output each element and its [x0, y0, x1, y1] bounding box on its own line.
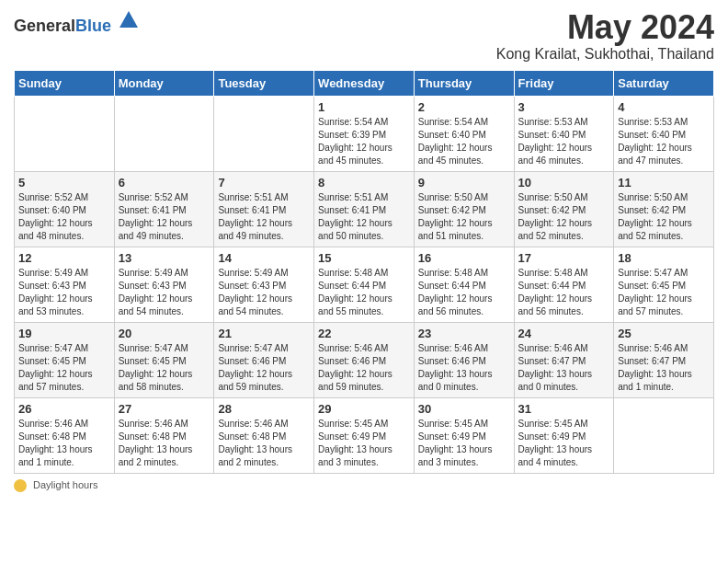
- calendar-cell: 8Sunrise: 5:51 AM Sunset: 6:41 PM Daylig…: [314, 171, 415, 247]
- calendar-cell: 9Sunrise: 5:50 AM Sunset: 6:42 PM Daylig…: [414, 171, 514, 247]
- day-number: 23: [418, 327, 510, 340]
- day-info: Sunrise: 5:46 AM Sunset: 6:47 PM Dayligh…: [518, 342, 610, 394]
- day-info: Sunrise: 5:46 AM Sunset: 6:47 PM Dayligh…: [618, 342, 710, 394]
- page-header: GeneralBlue May 2024 Kong Krailat, Sukho…: [14, 9, 714, 63]
- week-row-4: 19Sunrise: 5:47 AM Sunset: 6:45 PM Dayli…: [15, 322, 714, 397]
- day-header-saturday: Saturday: [614, 70, 714, 96]
- calendar-cell: 4Sunrise: 5:53 AM Sunset: 6:40 PM Daylig…: [614, 96, 714, 171]
- day-info: Sunrise: 5:48 AM Sunset: 6:44 PM Dayligh…: [418, 267, 510, 318]
- day-info: Sunrise: 5:53 AM Sunset: 6:40 PM Dayligh…: [518, 116, 610, 167]
- day-info: Sunrise: 5:51 AM Sunset: 6:41 PM Dayligh…: [218, 191, 310, 243]
- day-number: 4: [618, 100, 710, 114]
- day-number: 13: [119, 251, 210, 265]
- day-info: Sunrise: 5:50 AM Sunset: 6:42 PM Dayligh…: [418, 191, 510, 243]
- calendar-cell: 19Sunrise: 5:47 AM Sunset: 6:45 PM Dayli…: [15, 322, 115, 397]
- calendar-table: SundayMondayTuesdayWednesdayThursdayFrid…: [14, 70, 714, 474]
- day-number: 8: [318, 176, 410, 190]
- day-header-friday: Friday: [514, 70, 614, 96]
- day-number: 22: [318, 327, 410, 340]
- day-info: Sunrise: 5:54 AM Sunset: 6:40 PM Dayligh…: [418, 116, 510, 167]
- calendar-cell: 21Sunrise: 5:47 AM Sunset: 6:46 PM Dayli…: [214, 322, 314, 397]
- calendar-cell: 14Sunrise: 5:49 AM Sunset: 6:43 PM Dayli…: [214, 247, 314, 322]
- day-number: 20: [119, 327, 210, 340]
- day-number: 28: [218, 402, 310, 416]
- day-info: Sunrise: 5:49 AM Sunset: 6:43 PM Dayligh…: [119, 267, 210, 318]
- day-info: Sunrise: 5:45 AM Sunset: 6:49 PM Dayligh…: [418, 418, 510, 469]
- day-number: 27: [119, 402, 210, 416]
- day-info: Sunrise: 5:45 AM Sunset: 6:49 PM Dayligh…: [318, 418, 410, 469]
- day-info: Sunrise: 5:47 AM Sunset: 6:45 PM Dayligh…: [119, 342, 210, 394]
- calendar-cell: 2Sunrise: 5:54 AM Sunset: 6:40 PM Daylig…: [414, 96, 514, 171]
- title-block: May 2024 Kong Krailat, Sukhothai, Thaila…: [496, 9, 714, 63]
- day-number: 16: [418, 251, 510, 265]
- calendar-cell: [614, 397, 714, 473]
- day-number: 14: [218, 251, 310, 265]
- calendar-title: May 2024: [496, 9, 714, 46]
- logo-icon: [118, 9, 140, 31]
- day-header-wednesday: Wednesday: [314, 70, 415, 96]
- calendar-cell: 13Sunrise: 5:49 AM Sunset: 6:43 PM Dayli…: [114, 247, 214, 322]
- day-number: 2: [418, 100, 510, 114]
- week-row-5: 26Sunrise: 5:46 AM Sunset: 6:48 PM Dayli…: [15, 397, 714, 473]
- footer-label: Daylight hours: [33, 479, 97, 490]
- day-info: Sunrise: 5:49 AM Sunset: 6:43 PM Dayligh…: [18, 267, 110, 318]
- svg-marker-0: [119, 11, 138, 28]
- day-number: 29: [318, 402, 410, 416]
- day-info: Sunrise: 5:46 AM Sunset: 6:48 PM Dayligh…: [218, 418, 310, 469]
- day-number: 11: [618, 176, 710, 190]
- calendar-cell: 31Sunrise: 5:45 AM Sunset: 6:49 PM Dayli…: [514, 397, 614, 473]
- day-info: Sunrise: 5:50 AM Sunset: 6:42 PM Dayligh…: [518, 191, 610, 243]
- calendar-cell: 26Sunrise: 5:46 AM Sunset: 6:48 PM Dayli…: [15, 397, 115, 473]
- calendar-cell: 23Sunrise: 5:46 AM Sunset: 6:46 PM Dayli…: [414, 322, 514, 397]
- day-number: 7: [218, 176, 310, 190]
- calendar-cell: 11Sunrise: 5:50 AM Sunset: 6:42 PM Dayli…: [614, 171, 714, 247]
- calendar-cell: 17Sunrise: 5:48 AM Sunset: 6:44 PM Dayli…: [514, 247, 614, 322]
- day-info: Sunrise: 5:47 AM Sunset: 6:46 PM Dayligh…: [218, 342, 310, 394]
- day-info: Sunrise: 5:49 AM Sunset: 6:43 PM Dayligh…: [218, 267, 310, 318]
- day-number: 10: [518, 176, 610, 190]
- day-number: 9: [418, 176, 510, 190]
- calendar-cell: 27Sunrise: 5:46 AM Sunset: 6:48 PM Dayli…: [114, 397, 214, 473]
- calendar-cell: 15Sunrise: 5:48 AM Sunset: 6:44 PM Dayli…: [314, 247, 415, 322]
- day-info: Sunrise: 5:47 AM Sunset: 6:45 PM Dayligh…: [618, 267, 710, 318]
- calendar-cell: 30Sunrise: 5:45 AM Sunset: 6:49 PM Dayli…: [414, 397, 514, 473]
- day-number: 5: [18, 176, 110, 190]
- day-info: Sunrise: 5:52 AM Sunset: 6:41 PM Dayligh…: [119, 191, 210, 243]
- day-info: Sunrise: 5:51 AM Sunset: 6:41 PM Dayligh…: [318, 191, 410, 243]
- day-info: Sunrise: 5:54 AM Sunset: 6:39 PM Dayligh…: [318, 116, 410, 167]
- calendar-cell: 29Sunrise: 5:45 AM Sunset: 6:49 PM Dayli…: [314, 397, 415, 473]
- calendar-cell: 24Sunrise: 5:46 AM Sunset: 6:47 PM Dayli…: [514, 322, 614, 397]
- logo-blue: Blue: [75, 17, 111, 35]
- day-number: 26: [18, 402, 110, 416]
- day-number: 12: [18, 251, 110, 265]
- day-number: 1: [318, 100, 410, 114]
- day-info: Sunrise: 5:47 AM Sunset: 6:45 PM Dayligh…: [18, 342, 110, 394]
- calendar-cell: 20Sunrise: 5:47 AM Sunset: 6:45 PM Dayli…: [114, 322, 214, 397]
- header-row: SundayMondayTuesdayWednesdayThursdayFrid…: [15, 70, 714, 96]
- calendar-cell: 16Sunrise: 5:48 AM Sunset: 6:44 PM Dayli…: [414, 247, 514, 322]
- calendar-body: 1Sunrise: 5:54 AM Sunset: 6:39 PM Daylig…: [15, 96, 714, 473]
- calendar-cell: 1Sunrise: 5:54 AM Sunset: 6:39 PM Daylig…: [314, 96, 415, 171]
- calendar-subtitle: Kong Krailat, Sukhothai, Thailand: [496, 46, 714, 63]
- footer: Daylight hours: [14, 479, 714, 492]
- day-number: 25: [618, 327, 710, 340]
- day-number: 21: [218, 327, 310, 340]
- day-number: 19: [18, 327, 110, 340]
- week-row-1: 1Sunrise: 5:54 AM Sunset: 6:39 PM Daylig…: [15, 96, 714, 171]
- day-header-sunday: Sunday: [15, 70, 115, 96]
- day-number: 15: [318, 251, 410, 265]
- calendar-cell: 10Sunrise: 5:50 AM Sunset: 6:42 PM Dayli…: [514, 171, 614, 247]
- calendar-cell: [114, 96, 214, 171]
- day-number: 6: [119, 176, 210, 190]
- day-info: Sunrise: 5:50 AM Sunset: 6:42 PM Dayligh…: [618, 191, 710, 243]
- calendar-cell: 12Sunrise: 5:49 AM Sunset: 6:43 PM Dayli…: [15, 247, 115, 322]
- day-info: Sunrise: 5:53 AM Sunset: 6:40 PM Dayligh…: [618, 116, 710, 167]
- calendar-cell: 22Sunrise: 5:46 AM Sunset: 6:46 PM Dayli…: [314, 322, 415, 397]
- day-info: Sunrise: 5:46 AM Sunset: 6:48 PM Dayligh…: [119, 418, 210, 469]
- logo: GeneralBlue: [14, 9, 140, 37]
- day-info: Sunrise: 5:46 AM Sunset: 6:46 PM Dayligh…: [318, 342, 410, 394]
- day-number: 17: [518, 251, 610, 265]
- calendar-cell: 7Sunrise: 5:51 AM Sunset: 6:41 PM Daylig…: [214, 171, 314, 247]
- calendar-cell: 28Sunrise: 5:46 AM Sunset: 6:48 PM Dayli…: [214, 397, 314, 473]
- day-info: Sunrise: 5:46 AM Sunset: 6:46 PM Dayligh…: [418, 342, 510, 394]
